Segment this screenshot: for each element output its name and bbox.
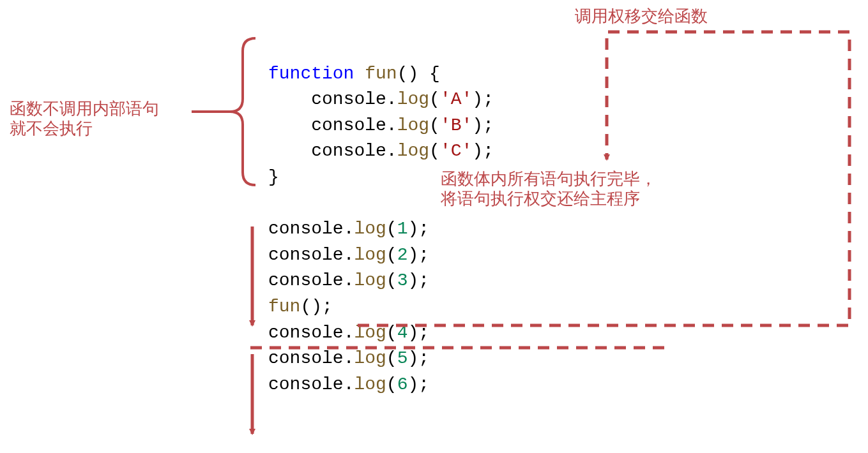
code-line: console.log(6); — [268, 375, 429, 394]
open-paren: ( — [429, 115, 440, 135]
dot: . — [344, 348, 354, 368]
dot: . — [386, 115, 397, 135]
dot: . — [386, 89, 397, 109]
close-paren: ) — [407, 64, 418, 84]
log-fn: log — [397, 141, 429, 161]
semicolon: ; — [483, 89, 494, 109]
log-fn: log — [397, 89, 429, 109]
open-paren: ( — [386, 375, 397, 394]
log-fn: log — [397, 115, 429, 135]
close-paren: ) — [407, 219, 418, 239]
code-line: console.log('C'); — [268, 141, 494, 161]
console-obj: console — [311, 141, 386, 161]
semicolon: ; — [483, 141, 494, 161]
log-fn: log — [354, 271, 386, 290]
string-a: 'A' — [440, 89, 472, 109]
code-line: console.log(3); — [268, 271, 429, 290]
close-paren: ) — [407, 245, 418, 265]
annotation-left: 函数不调用内部语句 就不会执行 — [10, 99, 159, 138]
open-paren: ( — [429, 141, 440, 161]
fun-call: fun — [268, 297, 300, 316]
number-5: 5 — [397, 348, 408, 368]
function-name: fun — [365, 64, 397, 84]
number-6: 6 — [397, 375, 408, 394]
open-paren: ( — [397, 64, 408, 84]
open-paren: ( — [386, 323, 397, 343]
semicolon: ; — [418, 323, 429, 343]
open-paren: ( — [300, 297, 311, 316]
code-line: console.log(1); — [268, 219, 429, 239]
log-fn: log — [354, 348, 386, 368]
code-line: console.log('B'); — [268, 115, 494, 135]
semicolon: ; — [483, 115, 494, 135]
open-paren: ( — [386, 348, 397, 368]
console-obj: console — [268, 219, 344, 239]
open-paren: ( — [386, 271, 397, 290]
console-obj: console — [268, 323, 344, 343]
semicolon: ; — [418, 348, 429, 368]
console-obj: console — [268, 271, 344, 290]
dot: . — [344, 219, 354, 239]
annotation-top-right: 调用权移交给函数 — [575, 6, 708, 26]
semicolon: ; — [418, 375, 429, 394]
code-line: console.log(2); — [268, 245, 429, 265]
log-fn: log — [354, 245, 386, 265]
dot: . — [344, 323, 354, 343]
open-paren: ( — [429, 89, 440, 109]
string-c: 'C' — [440, 141, 472, 161]
console-obj: console — [311, 89, 386, 109]
dot: . — [386, 141, 397, 161]
dot: . — [344, 375, 354, 394]
console-obj: console — [311, 115, 386, 135]
close-paren: ) — [472, 115, 483, 135]
code-line: console.log(5); — [268, 348, 429, 368]
log-fn: log — [354, 323, 386, 343]
keyword-function: function — [268, 64, 354, 84]
number-1: 1 — [397, 219, 408, 239]
close-paren: ) — [407, 271, 418, 290]
code-line: function fun() { — [268, 64, 440, 84]
dot: . — [344, 271, 354, 290]
number-3: 3 — [397, 271, 408, 290]
dot: . — [344, 245, 354, 265]
log-fn: log — [354, 219, 386, 239]
string-b: 'B' — [440, 115, 472, 135]
code-line: console.log('A'); — [268, 89, 494, 109]
close-paren: ) — [311, 297, 322, 316]
number-4: 4 — [397, 323, 408, 343]
code-block: function fun() { console.log('A'); conso… — [268, 35, 494, 397]
code-line: fun(); — [268, 297, 333, 316]
semicolon: ; — [418, 245, 429, 265]
code-line: console.log(4); — [268, 323, 429, 343]
close-paren: ) — [407, 375, 418, 394]
semicolon: ; — [418, 219, 429, 239]
bracket-icon — [192, 38, 255, 185]
annotation-mid-right: 函数体内所有语句执行完毕， 将语句执行权交还给主程序 — [441, 169, 657, 209]
console-obj: console — [268, 348, 344, 368]
console-obj: console — [268, 245, 344, 265]
open-paren: ( — [386, 245, 397, 265]
semicolon: ; — [418, 271, 429, 290]
close-paren: ) — [472, 141, 483, 161]
open-brace: { — [429, 64, 440, 84]
close-paren: ) — [407, 348, 418, 368]
console-obj: console — [268, 375, 344, 394]
close-paren: ) — [407, 323, 418, 343]
close-brace: } — [268, 167, 279, 187]
open-paren: ( — [386, 219, 397, 239]
close-paren: ) — [472, 89, 483, 109]
code-line: } — [268, 167, 279, 187]
log-fn: log — [354, 375, 386, 394]
number-2: 2 — [397, 245, 408, 265]
semicolon: ; — [322, 297, 333, 316]
